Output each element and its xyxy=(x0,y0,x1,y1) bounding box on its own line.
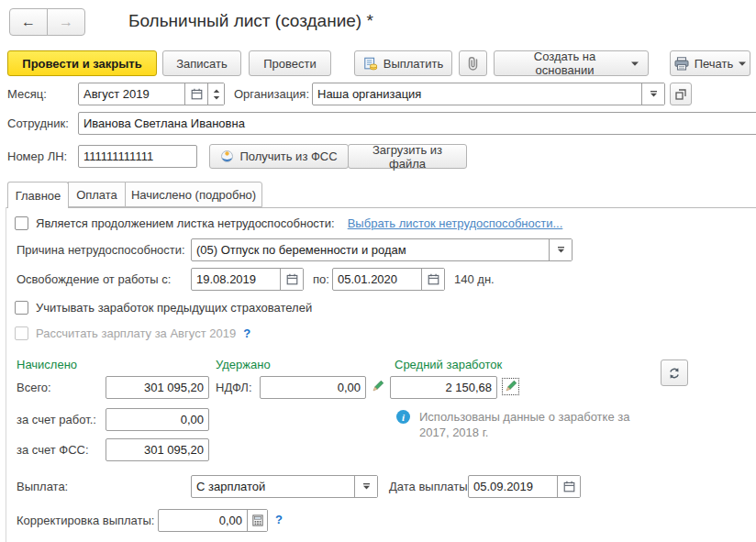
post-and-close-button[interactable]: Провести и закрыть xyxy=(7,50,157,76)
forward-arrow-icon: → xyxy=(59,14,73,30)
ln-number-input[interactable] xyxy=(79,146,196,167)
ln-number-field[interactable] xyxy=(78,145,197,168)
calc-salary-help[interactable]: ? xyxy=(243,326,250,340)
payment-date-field[interactable] xyxy=(468,475,581,498)
chevron-down-icon[interactable] xyxy=(549,239,572,260)
post-and-close-label: Провести и закрыть xyxy=(22,57,141,71)
forward-button: → xyxy=(47,8,85,36)
date-to-label: по: xyxy=(313,268,329,291)
payment-combobox[interactable] xyxy=(191,475,378,498)
recalculate-button[interactable] xyxy=(661,359,688,386)
days-count: 140 дн. xyxy=(454,268,495,291)
adjustment-field[interactable] xyxy=(158,509,268,532)
tab-strip-line xyxy=(6,207,756,208)
date-to-input[interactable] xyxy=(333,269,421,290)
load-from-file-button[interactable]: Загрузить из файла xyxy=(348,144,467,169)
edit-average-earnings-pencil-icon[interactable] xyxy=(504,380,517,393)
tab-main-label: Главное xyxy=(16,189,61,203)
refresh-icon xyxy=(668,367,681,380)
tab-main[interactable]: Главное xyxy=(7,182,69,208)
fss-part-field[interactable] xyxy=(106,438,209,461)
page-title: Больничный лист (создание) * xyxy=(128,11,373,31)
month-spinner[interactable] xyxy=(207,83,224,105)
payment-date-label: Дата выплаты: xyxy=(389,475,471,498)
print-label: Печать xyxy=(695,57,734,71)
fss-part-label: за счет ФСС: xyxy=(17,438,89,461)
total-input[interactable] xyxy=(106,377,208,398)
exemption-label: Освобождение от работы с: xyxy=(17,268,171,291)
calendar-icon[interactable] xyxy=(184,83,207,105)
create-on-basis-button[interactable]: Создать на основании xyxy=(494,50,649,76)
calendar-icon[interactable] xyxy=(421,269,444,290)
get-from-fss-label: Получить из ФСС xyxy=(239,149,337,163)
date-from-field[interactable] xyxy=(191,268,304,291)
open-organization-button[interactable] xyxy=(670,83,692,105)
paperclip-icon xyxy=(467,56,479,71)
payment-input[interactable] xyxy=(192,476,354,497)
chevron-down-icon[interactable] xyxy=(354,476,377,497)
date-to-field[interactable] xyxy=(332,268,445,291)
load-from-file-label: Загрузить из файла xyxy=(358,143,457,171)
calc-salary-label: Рассчитать зарплату за Август 2019 xyxy=(36,326,236,340)
continuation-checkbox[interactable] xyxy=(15,216,28,230)
calc-salary-checkbox xyxy=(15,326,28,340)
post-label: Провести xyxy=(263,57,317,71)
tab-payment-label: Оплата xyxy=(76,188,117,202)
edit-ndfl-pencil-icon[interactable] xyxy=(371,380,384,393)
continuation-label: Является продолжением листка нетрудоспос… xyxy=(36,216,335,230)
calculator-icon[interactable] xyxy=(247,510,267,531)
menu-caret-icon xyxy=(631,61,639,66)
date-from-input[interactable] xyxy=(192,269,280,290)
withheld-header: Удержано xyxy=(216,358,271,371)
tab-accrued-detail[interactable]: Начислено (подробно) xyxy=(125,182,262,207)
adjustment-label: Корректировка выплаты: xyxy=(17,509,154,532)
print-button[interactable]: Печать xyxy=(670,50,750,76)
employee-field[interactable] xyxy=(78,112,756,135)
back-button[interactable]: ← xyxy=(9,8,48,36)
adjustment-input[interactable] xyxy=(159,510,247,531)
ndfl-input[interactable] xyxy=(261,377,365,398)
sick-leave-form-window: ← → Больничный лист (создание) * Провест… xyxy=(0,0,756,542)
content-left-border xyxy=(6,207,6,542)
pay-button[interactable]: Выплатить xyxy=(354,50,452,76)
fss-part-input[interactable] xyxy=(106,439,208,460)
attachments-button[interactable] xyxy=(459,50,487,76)
chevron-down-icon[interactable] xyxy=(641,83,664,105)
earnings-note: Использованы данные о заработке за 2017,… xyxy=(419,409,649,440)
organization-input[interactable] xyxy=(313,83,641,105)
create-on-basis-label: Создать на основании xyxy=(504,50,626,77)
tab-payment[interactable]: Оплата xyxy=(68,182,126,207)
choose-sick-list-link[interactable]: Выбрать листок нетрудоспособности... xyxy=(348,216,563,230)
calendar-icon[interactable] xyxy=(280,269,303,290)
ln-number-label: Номер ЛН: xyxy=(7,145,67,168)
continuation-row: Является продолжением листка нетрудоспос… xyxy=(15,216,562,230)
prev-employers-checkbox[interactable] xyxy=(15,301,28,315)
month-input[interactable] xyxy=(79,83,184,105)
payment-date-input[interactable] xyxy=(469,476,557,497)
employer-part-input[interactable] xyxy=(106,409,208,430)
payment-label: Выплата: xyxy=(17,475,68,498)
employer-part-field[interactable] xyxy=(106,408,209,431)
average-earnings-field[interactable] xyxy=(390,376,497,399)
employee-input[interactable] xyxy=(79,113,756,134)
tab-accrued-detail-label: Начислено (подробно) xyxy=(131,188,256,202)
organization-field[interactable] xyxy=(312,83,665,105)
ndfl-field[interactable] xyxy=(260,376,366,399)
total-label: Всего: xyxy=(17,376,51,399)
calc-salary-row: Рассчитать зарплату за Август 2019 ? xyxy=(15,326,250,340)
pay-coins-icon xyxy=(363,57,378,71)
write-button[interactable]: Записать xyxy=(162,50,241,76)
average-earnings-input[interactable] xyxy=(391,377,496,398)
reason-combobox[interactable] xyxy=(191,238,573,261)
total-field[interactable] xyxy=(106,376,209,399)
back-arrow-icon: ← xyxy=(21,14,36,30)
reason-input[interactable] xyxy=(192,239,549,260)
calendar-icon[interactable] xyxy=(557,476,580,497)
write-label: Записать xyxy=(176,57,228,71)
post-button[interactable]: Провести xyxy=(249,50,331,76)
get-from-fss-button[interactable]: Получить из ФСС xyxy=(209,144,349,169)
organization-label: Организация: xyxy=(234,83,309,105)
adjustment-help[interactable]: ? xyxy=(275,513,283,526)
employer-part-label: за счет работ.: xyxy=(17,408,96,431)
month-field[interactable] xyxy=(78,83,225,105)
